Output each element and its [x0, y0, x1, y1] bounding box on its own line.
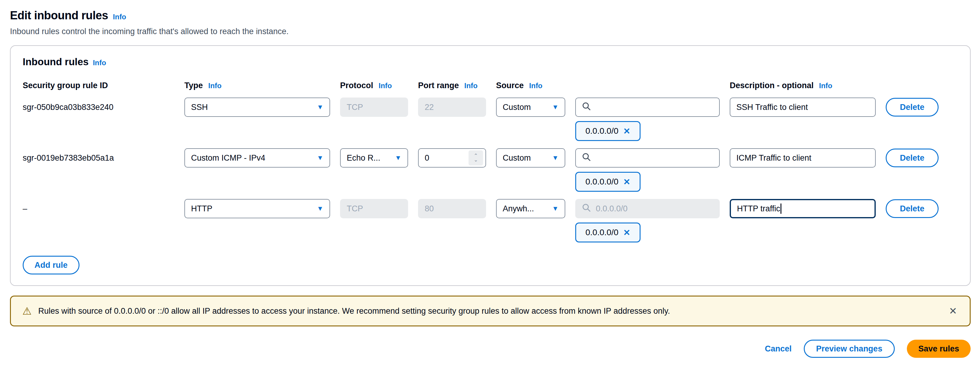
- type-select[interactable]: Custom ICMP - IPv4 ▼: [185, 148, 330, 168]
- description-value: ICMP Traffic to client: [737, 153, 811, 163]
- security-group-rule-id: sgr-0019eb7383eb05a1a: [23, 153, 174, 163]
- source-cidr-tag: 0.0.0.0/0 ✕: [575, 121, 641, 141]
- panel-title: Inbound rules: [23, 56, 89, 68]
- rule-row-http: – HTTP ▼ TCP 80 Anywh... ▼ 0.0.0.0/0 HTT…: [23, 199, 958, 218]
- col-header-type: Type: [185, 81, 203, 90]
- rule-row-icmp: sgr-0019eb7383eb05a1a Custom ICMP - IPv4…: [23, 148, 958, 168]
- chevron-down-icon: ▼: [317, 104, 323, 111]
- type-info-link[interactable]: Info: [208, 82, 221, 90]
- cidr-tag-value: 0.0.0.0/0: [585, 177, 619, 187]
- page-info-link[interactable]: Info: [113, 13, 126, 21]
- port-range-value: 0: [425, 153, 429, 163]
- panel-info-link[interactable]: Info: [93, 59, 106, 67]
- column-header-row: Security group rule ID Type Info Protoco…: [23, 81, 958, 90]
- description-info-link[interactable]: Info: [819, 82, 832, 90]
- source-tag-row: 0.0.0.0/0 ✕: [23, 121, 958, 141]
- cancel-button[interactable]: Cancel: [765, 344, 792, 354]
- source-search-input-disabled: 0.0.0.0/0: [575, 199, 720, 218]
- text-cursor: [781, 204, 781, 214]
- chevron-down-icon: ▼: [552, 104, 558, 111]
- security-group-rule-id: sgr-050b9ca03b833e240: [23, 103, 174, 112]
- description-input[interactable]: ICMP Traffic to client: [730, 148, 876, 168]
- warning-triangle-icon: ⚠: [22, 306, 32, 316]
- protocol-info-link[interactable]: Info: [379, 82, 392, 90]
- remove-tag-icon[interactable]: ✕: [623, 228, 630, 237]
- delete-button[interactable]: Delete: [886, 98, 939, 117]
- source-mode-value: Custom: [503, 103, 531, 112]
- chevron-down-icon: ▼: [395, 155, 401, 161]
- port-range-info-link[interactable]: Info: [464, 82, 477, 90]
- cidr-tag-value: 0.0.0.0/0: [585, 126, 619, 136]
- preview-changes-button[interactable]: Preview changes: [804, 340, 895, 358]
- source-cidr-tag: 0.0.0.0/0 ✕: [575, 223, 641, 242]
- port-range-field: 22: [418, 98, 486, 117]
- page-title: Edit inbound rules: [10, 9, 108, 22]
- cidr-tag-value: 0.0.0.0/0: [585, 228, 619, 237]
- source-tag-row: 0.0.0.0/0 ✕: [23, 172, 958, 192]
- delete-button[interactable]: Delete: [886, 149, 939, 167]
- col-header-source: Source: [496, 81, 524, 90]
- col-header-description: Description - optional: [730, 81, 814, 90]
- type-select-value: HTTP: [191, 204, 213, 214]
- col-header-id: Security group rule ID: [23, 81, 108, 90]
- type-select-value: SSH: [191, 103, 208, 112]
- source-search-input[interactable]: [575, 148, 720, 168]
- add-rule-button[interactable]: Add rule: [23, 256, 80, 274]
- source-tag-row: 0.0.0.0/0 ✕: [23, 223, 958, 242]
- chevron-down-icon: ▼: [552, 205, 558, 212]
- source-mode-select[interactable]: Custom ▼: [496, 98, 565, 117]
- footer-actions: Cancel Preview changes Save rules: [10, 340, 970, 358]
- source-cidr-tag: 0.0.0.0/0 ✕: [575, 172, 641, 192]
- type-select-value: Custom ICMP - IPv4: [191, 153, 266, 163]
- source-mode-value: Anywh...: [503, 204, 534, 214]
- close-icon[interactable]: ✕: [948, 305, 958, 317]
- remove-tag-icon[interactable]: ✕: [623, 177, 630, 187]
- chevron-down-icon: ▼: [317, 205, 323, 212]
- page-subtitle: Inbound rules control the incoming traff…: [10, 27, 970, 36]
- description-input-focused[interactable]: HTTP traffic: [730, 199, 876, 218]
- description-input[interactable]: SSH Traffic to client: [730, 98, 876, 117]
- search-icon: [582, 203, 591, 214]
- number-stepper-icon[interactable]: ⌃ ⌄: [469, 150, 483, 165]
- search-icon: [582, 152, 591, 164]
- protocol-field: TCP: [340, 98, 408, 117]
- description-value: HTTP traffic: [737, 204, 780, 214]
- page-header: Edit inbound rules Info: [10, 9, 970, 22]
- warning-banner: ⚠ Rules with source of 0.0.0.0/0 or ::/0…: [10, 296, 970, 326]
- port-range-field: 80: [418, 199, 486, 218]
- source-mode-select[interactable]: Anywh... ▼: [496, 199, 565, 218]
- port-range-stepper[interactable]: 0 ⌃ ⌄: [418, 148, 486, 168]
- delete-button[interactable]: Delete: [886, 199, 939, 218]
- protocol-select[interactable]: Echo R... ▼: [340, 148, 408, 168]
- source-search-input[interactable]: [575, 98, 720, 117]
- source-info-link[interactable]: Info: [529, 82, 542, 90]
- protocol-select-value: Echo R...: [347, 153, 380, 163]
- warning-text: Rules with source of 0.0.0.0/0 or ::/0 a…: [38, 307, 941, 316]
- col-header-protocol: Protocol: [340, 81, 373, 90]
- step-down-icon[interactable]: ⌄: [474, 158, 478, 162]
- source-mode-value: Custom: [503, 153, 531, 163]
- inbound-rules-panel: Inbound rules Info Security group rule I…: [10, 45, 970, 286]
- search-icon: [582, 102, 591, 113]
- protocol-field: TCP: [340, 199, 408, 218]
- chevron-down-icon: ▼: [552, 155, 558, 161]
- remove-tag-icon[interactable]: ✕: [623, 126, 630, 136]
- save-rules-button[interactable]: Save rules: [907, 340, 970, 358]
- rule-row-ssh: sgr-050b9ca03b833e240 SSH ▼ TCP 22 Custo…: [23, 98, 958, 117]
- security-group-rule-id: –: [23, 204, 174, 214]
- type-select[interactable]: HTTP ▼: [185, 199, 330, 218]
- col-header-port-range: Port range: [418, 81, 459, 90]
- type-select[interactable]: SSH ▼: [185, 98, 330, 117]
- source-search-placeholder: 0.0.0.0/0: [596, 204, 628, 214]
- description-value: SSH Traffic to client: [737, 103, 808, 112]
- source-mode-select[interactable]: Custom ▼: [496, 148, 565, 168]
- chevron-down-icon: ▼: [317, 155, 323, 161]
